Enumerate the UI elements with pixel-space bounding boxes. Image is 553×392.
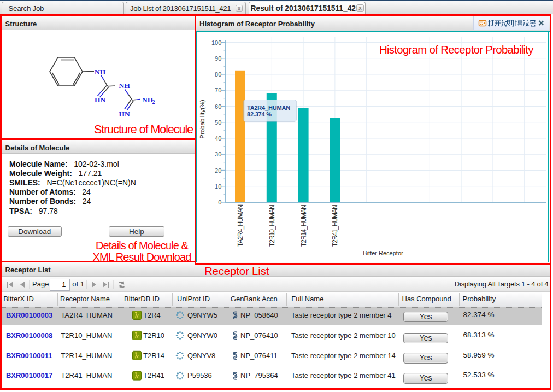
svg-text:T2R14_HUMAN: T2R14_HUMAN: [300, 204, 308, 246]
svg-text:70: 70: [215, 87, 221, 93]
svg-text:TA2R4_HUMAN: TA2R4_HUMAN: [247, 104, 290, 111]
svg-text:TA2R4_HUMAN: TA2R4_HUMAN: [237, 204, 244, 246]
svg-text:20: 20: [215, 167, 221, 173]
svg-text:60: 60: [215, 103, 221, 109]
svg-text:80: 80: [215, 71, 221, 78]
svg-text:Bitter Receptor: Bitter Receptor: [363, 249, 403, 256]
svg-text:Probability(%): Probability(%): [199, 100, 205, 139]
svg-text:30: 30: [215, 151, 221, 157]
svg-text:90: 90: [215, 55, 221, 61]
svg-text:100: 100: [211, 39, 221, 45]
svg-text:NH: NH: [95, 68, 106, 76]
svg-text:40: 40: [215, 135, 221, 142]
svg-text:2: 2: [152, 99, 155, 105]
svg-text:HN: HN: [95, 96, 106, 104]
svg-text:50: 50: [215, 119, 221, 125]
svg-text:T2R10_HUMAN: T2R10_HUMAN: [268, 204, 276, 246]
svg-text:T2R41_HUMAN: T2R41_HUMAN: [331, 204, 339, 246]
svg-text:82.374 %: 82.374 %: [247, 110, 272, 117]
svg-text:NH: NH: [119, 81, 130, 90]
svg-text:0: 0: [218, 199, 221, 206]
svg-text:10: 10: [215, 183, 221, 189]
svg-text:HN: HN: [119, 110, 130, 118]
